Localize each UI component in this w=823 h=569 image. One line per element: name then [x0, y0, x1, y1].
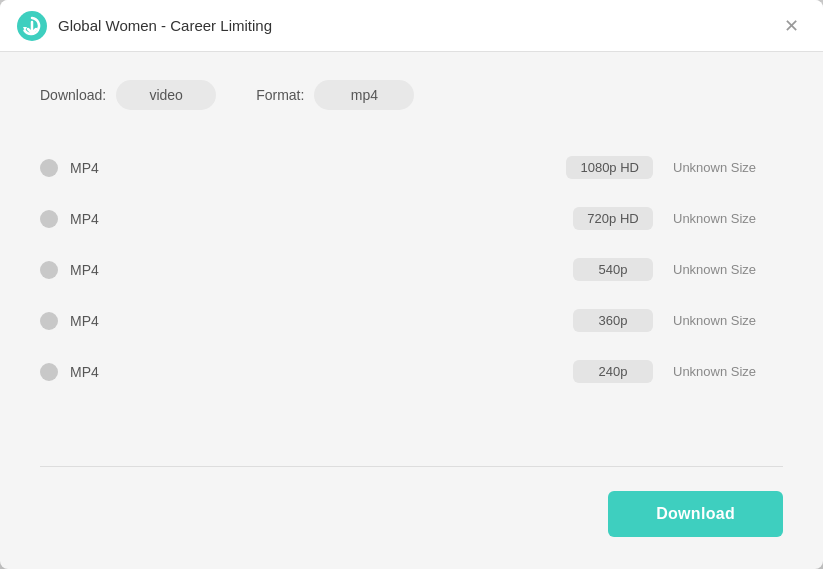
radio-circle: [40, 312, 58, 330]
video-format: MP4: [70, 211, 130, 227]
download-option-group: Download: video: [40, 80, 216, 110]
app-logo-icon: [16, 10, 48, 42]
title-bar: Global Women - Career Limiting ✕: [0, 0, 823, 52]
radio-circle: [40, 159, 58, 177]
footer: Download: [40, 483, 783, 549]
video-row[interactable]: MP4 360p Unknown Size: [40, 295, 783, 346]
format-option-group: Format: mp4: [256, 80, 414, 110]
video-row[interactable]: MP4 540p Unknown Size: [40, 244, 783, 295]
options-row: Download: video Format: mp4: [40, 80, 783, 110]
close-button[interactable]: ✕: [776, 13, 807, 39]
download-button[interactable]: Download: [608, 491, 783, 537]
format-value[interactable]: mp4: [314, 80, 414, 110]
size-text: Unknown Size: [673, 364, 783, 379]
video-row[interactable]: MP4 720p HD Unknown Size: [40, 193, 783, 244]
radio-circle: [40, 210, 58, 228]
radio-circle: [40, 261, 58, 279]
download-label: Download:: [40, 87, 106, 103]
format-label: Format:: [256, 87, 304, 103]
video-list: MP4 1080p HD Unknown Size MP4 720p HD Un…: [40, 142, 783, 454]
quality-badge: 360p: [573, 309, 653, 332]
dialog-content: Download: video Format: mp4 MP4 1080p HD…: [0, 52, 823, 569]
quality-badge: 240p: [573, 360, 653, 383]
size-text: Unknown Size: [673, 160, 783, 175]
video-row[interactable]: MP4 1080p HD Unknown Size: [40, 142, 783, 193]
download-value[interactable]: video: [116, 80, 216, 110]
dialog-title: Global Women - Career Limiting: [58, 17, 776, 34]
video-format: MP4: [70, 364, 130, 380]
dialog-window: Global Women - Career Limiting ✕ Downloa…: [0, 0, 823, 569]
size-text: Unknown Size: [673, 313, 783, 328]
video-row[interactable]: MP4 240p Unknown Size: [40, 346, 783, 397]
quality-badge: 1080p HD: [566, 156, 653, 179]
video-format: MP4: [70, 262, 130, 278]
radio-circle: [40, 363, 58, 381]
quality-badge: 720p HD: [573, 207, 653, 230]
video-format: MP4: [70, 313, 130, 329]
divider: [40, 466, 783, 467]
quality-badge: 540p: [573, 258, 653, 281]
size-text: Unknown Size: [673, 262, 783, 277]
size-text: Unknown Size: [673, 211, 783, 226]
video-format: MP4: [70, 160, 130, 176]
